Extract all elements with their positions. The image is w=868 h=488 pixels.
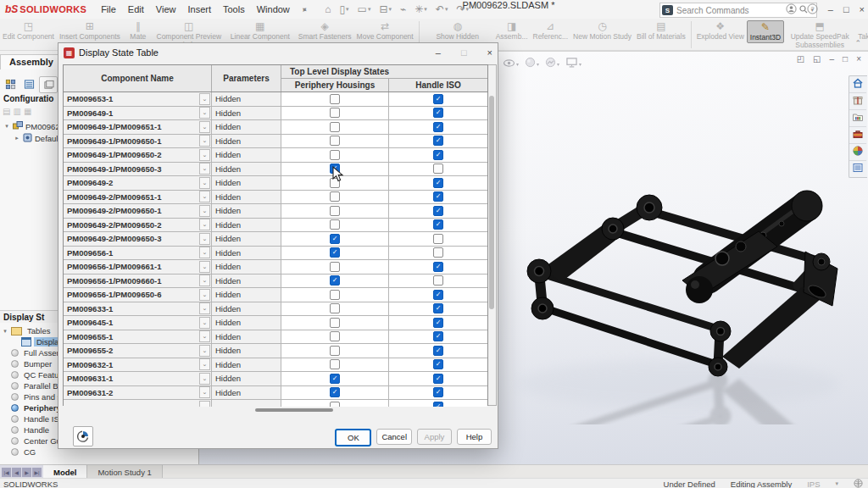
component-name-dropdown-icon[interactable]: ⌄ [199,247,210,258]
task-pane-toolbox-tab[interactable] [849,127,866,144]
periphery-housings-checkbox[interactable] [330,331,340,341]
hide-show-items-button[interactable]: ▾ [503,56,519,71]
ribbon-button-update-speedpak[interactable]: ⬒Update SpeedPak Subassemblies [784,20,855,49]
component-name-dropdown-icon[interactable]: ⌄ [199,149,210,161]
periphery-housings-checkbox[interactable]: ✓ [330,275,340,286]
component-name-dropdown-icon[interactable]: ⌄ [199,289,210,301]
periphery-housings-checkbox[interactable] [330,108,340,118]
apply-button[interactable]: Apply [417,429,452,445]
assembly-model[interactable] [509,153,865,424]
component-name-dropdown-icon[interactable]: ⌄ [199,219,210,230]
ribbon-button-edit-component[interactable]: ◳Edit Component [0,20,57,42]
dropdown-caret-icon[interactable]: ▾ [557,61,559,67]
menu-edit[interactable]: Edit [122,4,150,14]
component-name-dropdown-icon[interactable]: ⌄ [199,358,210,370]
view-settings-button[interactable]: ▾ [565,56,581,71]
periphery-housings-checkbox[interactable] [330,178,340,188]
menu-window[interactable]: Window [251,4,296,14]
dialog-maximize-icon[interactable]: □ [461,47,467,58]
home-icon[interactable]: ⌂ [325,3,331,15]
table-options-button[interactable] [73,426,93,446]
handle-iso-checkbox[interactable] [433,247,443,258]
handle-iso-checkbox[interactable]: ✓ [433,290,443,300]
periphery-housings-checkbox[interactable] [330,206,340,216]
handle-iso-checkbox[interactable]: ✓ [433,374,443,384]
handle-iso-checkbox[interactable]: ✓ [433,178,443,188]
ok-button[interactable]: OK [335,429,371,446]
task-pane-design-library-tab[interactable] [849,110,866,127]
expand-caret-icon[interactable]: ▾ [3,123,10,130]
component-name-dropdown-icon[interactable]: ⌄ [199,107,210,119]
horizontal-scrollbar-thumb[interactable] [255,408,333,412]
horizontal-scrollbar[interactable] [63,408,488,413]
menu-tools[interactable]: Tools [217,4,251,14]
ribbon-collapse-icon[interactable]: ⌃ [854,39,861,47]
ribbon-button-mate[interactable]: ∥Mate [123,20,153,42]
component-name-dropdown-icon[interactable]: ⌄ [199,373,210,385]
handle-iso-checkbox[interactable]: ✓ [433,402,443,407]
dropdown-caret-icon[interactable]: ▾ [346,6,349,13]
pin-icon[interactable]: ✦ [298,3,309,15]
tab-assembly[interactable]: Assembly [0,54,63,69]
close-icon[interactable]: × [860,4,865,14]
tab-nav-first-icon[interactable]: |◀ [2,468,11,477]
handle-iso-checkbox[interactable] [433,275,443,286]
component-name-dropdown-icon[interactable]: ⌄ [199,302,210,314]
periphery-housings-checkbox[interactable] [330,191,340,202]
column-header-parameters[interactable]: Parameters [212,65,281,92]
handle-iso-checkbox[interactable]: ✓ [433,108,443,118]
periphery-housings-checkbox[interactable] [330,219,340,230]
periphery-housings-checkbox[interactable] [330,136,340,146]
ribbon-button-take-snapshot[interactable]: ◙Take Snapshot [855,20,868,42]
handle-iso-checkbox[interactable]: ✓ [433,387,443,397]
ribbon-button-reference-geometry[interactable]: ⊿Referenc... [531,20,571,42]
handle-iso-checkbox[interactable]: ✓ [433,94,443,104]
minimize-icon[interactable]: – [830,54,835,64]
collapse-caret-icon[interactable]: ▸ [14,135,20,141]
handle-iso-checkbox[interactable] [433,164,443,174]
periphery-housings-checkbox[interactable] [330,150,340,160]
component-name-dropdown-icon[interactable]: ⌄ [199,401,210,407]
save-icon[interactable]: ⊟▾ [379,3,392,15]
ribbon-button-move-component[interactable]: ⇄Move Component [354,20,416,42]
vertical-scrollbar[interactable] [488,64,497,406]
periphery-housings-checkbox[interactable] [330,359,340,369]
periphery-housings-checkbox[interactable] [330,402,340,407]
ribbon-button-exploded-view[interactable]: ❖Exploded View [694,20,747,42]
ribbon-button-instant3d[interactable]: ✎Instant3D [747,20,784,43]
handle-iso-checkbox[interactable]: ✓ [433,191,443,202]
periphery-housings-checkbox[interactable] [330,290,340,300]
next-window-icon[interactable]: ◱ [813,54,821,64]
handle-iso-checkbox[interactable]: ✓ [433,136,443,146]
column-header-component-name[interactable]: Component Name [64,65,212,92]
dropdown-caret-icon[interactable]: ▾ [368,6,371,13]
expand-caret-icon[interactable]: ▾ [2,328,8,335]
handle-iso-checkbox[interactable]: ✓ [433,346,443,356]
help-button[interactable]: Help [457,429,492,445]
tab-model[interactable]: Model [43,465,87,479]
periphery-housings-checkbox[interactable]: ✓ [330,164,340,174]
dialog-close-icon[interactable]: × [487,47,492,58]
task-pane-home-tab[interactable] [849,76,866,93]
component-name-dropdown-icon[interactable]: ⌄ [199,93,210,105]
periphery-housings-checkbox[interactable] [330,262,340,272]
cancel-button[interactable]: Cancel [376,429,412,445]
periphery-housings-checkbox[interactable]: ✓ [330,374,340,384]
open-icon[interactable]: ▭▾ [358,3,371,15]
dropdown-caret-icon[interactable]: ▾ [537,61,539,67]
component-name-dropdown-icon[interactable]: ⌄ [199,317,210,329]
menu-insert[interactable]: Insert [181,4,217,14]
handle-iso-checkbox[interactable]: ✓ [433,359,443,369]
previous-window-icon[interactable]: ◰ [797,54,804,64]
ribbon-button-insert-components[interactable]: ⊞Insert Components [57,20,123,42]
handle-iso-checkbox[interactable]: ✓ [433,318,443,328]
ribbon-button-assembly-features[interactable]: ◨Assemb... [493,20,531,42]
dialog-title-bar[interactable]: ▦ Display State Table [58,43,498,62]
handle-iso-checkbox[interactable] [433,234,443,244]
periphery-housings-checkbox[interactable] [330,122,340,132]
ribbon-button-new-motion-study[interactable]: ◷New Motion Study [570,20,634,42]
display-state-table-dialog[interactable]: ▦ Display State Table – □ × Component Na… [58,42,498,449]
component-name-dropdown-icon[interactable]: ⌄ [199,163,210,175]
ribbon-button-smart-fasteners[interactable]: ◈Smart Fasteners [296,20,354,42]
handle-iso-checkbox[interactable]: ✓ [433,206,443,216]
